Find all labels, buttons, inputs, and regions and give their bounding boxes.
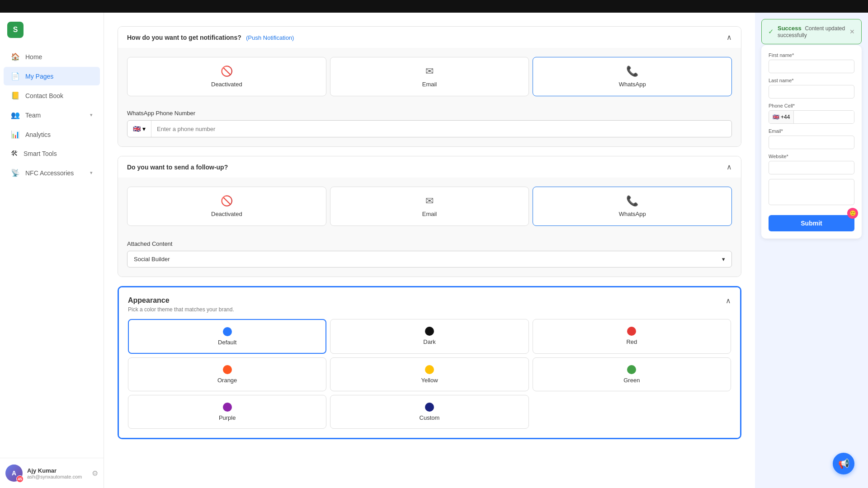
contact-icon: 📒 [11, 91, 20, 100]
sidebar-item-analytics[interactable]: 📊 Analytics [4, 125, 100, 144]
chat-icon: 📢 [838, 458, 849, 469]
color-dot [425, 403, 434, 412]
avatar: A 45 [5, 465, 23, 482]
color-dot [627, 365, 636, 374]
color-label: Default [218, 339, 236, 346]
right-panel: ✓ Success Content updated successfully ✕… [755, 13, 868, 488]
first-name-label: First name* [769, 52, 854, 58]
phone-flag-selector[interactable]: 🇬🇧 +44 [769, 111, 794, 123]
success-icon: ✓ [768, 28, 774, 36]
success-toast: ✓ Success Content updated successfully ✕ [761, 19, 862, 44]
color-label: Orange [217, 377, 237, 384]
color-option-custom[interactable]: Custom [330, 395, 528, 429]
collapse-icon[interactable]: ∧ [726, 33, 732, 42]
color-label: Purple [219, 414, 236, 421]
option-deactivated[interactable]: 🚫 Deactivated [127, 57, 326, 96]
color-dot [223, 403, 232, 412]
last-name-input[interactable] [769, 85, 854, 99]
color-grid: Default Dark Red Orange Yellow Green Pur… [119, 317, 740, 438]
color-dot [425, 365, 434, 374]
sidebar: S 🏠 Home 📄 My Pages 📒 Contact Book 👥 Tea… [0, 13, 104, 488]
sidebar-item-my-pages[interactable]: 📄 My Pages [4, 67, 100, 85]
content-dropdown[interactable]: Social Builder ▾ [127, 251, 732, 267]
collapse-icon[interactable]: ∧ [726, 163, 732, 171]
notifications-section: How do you want to get notifications? (P… [118, 26, 741, 147]
user-profile: A 45 Ajy Kumar ash@synxautomate.com ⚙ [0, 458, 104, 488]
option-email[interactable]: ✉ Email [330, 57, 529, 96]
sidebar-item-label: Smart Tools [24, 150, 57, 157]
section-subtitle: (Push Notification) [246, 34, 294, 41]
option-label: Email [422, 81, 437, 88]
toast-title: Success [778, 25, 802, 32]
option-label: WhatsApp [619, 211, 646, 217]
flag-selector[interactable]: 🇬🇧 ▾ [127, 121, 151, 137]
user-badge: 45 [16, 475, 24, 483]
pages-icon: 📄 [11, 72, 20, 80]
toast-close-button[interactable]: ✕ [849, 28, 855, 35]
followup-options: 🚫 Deactivated ✉ Email 📞 WhatsApp [118, 178, 741, 235]
sidebar-item-label: NFC Accessories [25, 169, 74, 177]
chat-fab-button[interactable]: 📢 [833, 453, 854, 474]
color-label: Custom [420, 414, 440, 421]
website-field: Website* [769, 154, 854, 174]
phone-field: Phone Cell* 🇬🇧 +44 [769, 103, 854, 124]
appearance-subtitle: Pick a color theme that matches your bra… [128, 306, 234, 313]
sidebar-item-nfc[interactable]: 📡 NFC Accessories ▾ [4, 164, 100, 182]
message-input[interactable] [769, 179, 854, 205]
sidebar-item-label: Analytics [25, 131, 51, 138]
color-option-purple[interactable]: Purple [128, 395, 326, 429]
notifications-title: How do you want to get notifications? (P… [127, 33, 294, 42]
sidebar-item-home[interactable]: 🏠 Home [4, 47, 100, 66]
followup-option-whatsapp[interactable]: 📞 WhatsApp [533, 187, 732, 226]
deactivated-icon: 🚫 [221, 66, 233, 77]
attached-label: Attached Content [127, 240, 732, 247]
appearance-section: Appearance Pick a color theme that match… [118, 286, 741, 439]
sidebar-item-team[interactable]: 👥 Team ▾ [4, 106, 100, 124]
first-name-input[interactable] [769, 60, 854, 73]
sidebar-item-label: Team [25, 112, 41, 119]
avatar-initials: A [12, 469, 16, 477]
website-input[interactable] [769, 161, 854, 174]
color-label: Yellow [421, 377, 438, 384]
whatsapp-icon: 📞 [626, 195, 638, 207]
color-option-red[interactable]: Red [533, 319, 731, 354]
last-name-field: Last name* [769, 78, 854, 99]
appearance-title-block: Appearance Pick a color theme that match… [128, 296, 234, 313]
followup-title: Do you want to send a follow-up? [127, 164, 228, 171]
email-input[interactable] [769, 136, 854, 149]
email-label: Email* [769, 128, 854, 134]
color-option-yellow[interactable]: Yellow [330, 357, 528, 391]
phone-input[interactable] [151, 121, 731, 137]
color-option-dark[interactable]: Dark [330, 319, 528, 354]
followup-option-email[interactable]: ✉ Email [330, 187, 529, 226]
settings-icon[interactable]: ⚙ [92, 469, 98, 478]
deactivated-icon: 🚫 [221, 195, 233, 207]
option-label: WhatsApp [619, 81, 646, 88]
sidebar-item-contact-book[interactable]: 📒 Contact Book [4, 86, 100, 105]
submit-button[interactable]: Submit [769, 215, 854, 231]
sidebar-item-smart-tools[interactable]: 🛠 Smart Tools [4, 145, 100, 163]
color-dot [425, 327, 434, 336]
phone-section: WhatsApp Phone Number 🇬🇧 ▾ [118, 105, 741, 146]
flag-code: +44 [781, 114, 790, 120]
color-option-green[interactable]: Green [533, 357, 731, 391]
user-info: Ajy Kumar ash@synxautomate.com [27, 467, 87, 479]
chevron-down-icon: ▾ [90, 112, 93, 118]
color-option-orange[interactable]: Orange [128, 357, 326, 391]
color-label: Dark [423, 338, 435, 345]
user-name: Ajy Kumar [27, 467, 87, 474]
option-whatsapp[interactable]: 📞 WhatsApp [533, 57, 732, 96]
collapse-icon[interactable]: ∧ [726, 296, 731, 305]
flag-emoji: 🇬🇧 [773, 114, 779, 120]
phone-cell-input[interactable] [794, 111, 854, 123]
option-label: Deactivated [211, 81, 242, 88]
notification-options: 🚫 Deactivated ✉ Email 📞 WhatsApp [118, 48, 741, 105]
followup-option-deactivated[interactable]: 🚫 Deactivated [127, 187, 326, 226]
email-field: Email* [769, 128, 854, 149]
team-icon: 👥 [11, 111, 20, 119]
phone-cell-label: Phone Cell* [769, 103, 854, 108]
color-label: Red [626, 338, 637, 345]
preview-form-card: First name* Last name* Phone Cell* 🇬🇧 +4… [761, 45, 862, 239]
color-option-default[interactable]: Default [128, 319, 326, 354]
home-icon: 🏠 [11, 52, 20, 61]
